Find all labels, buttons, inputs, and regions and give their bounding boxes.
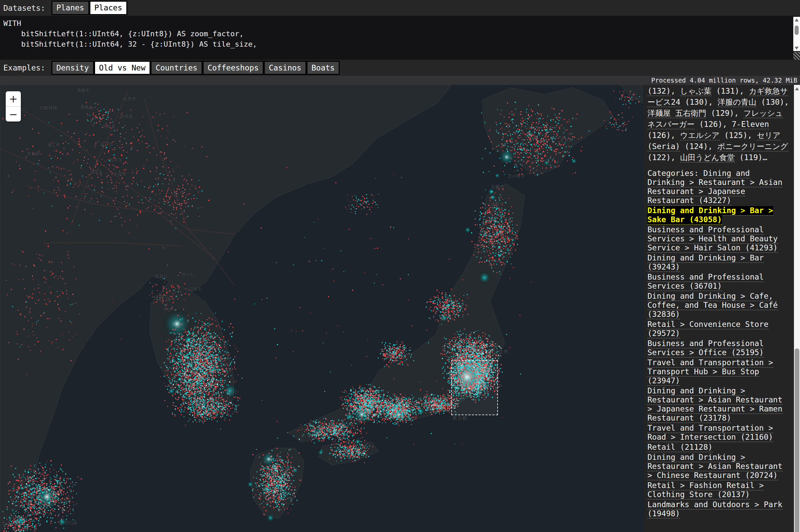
datasets-bar: Datasets: PlanesPlaces <box>0 0 800 16</box>
examples-label: Examples: <box>3 63 46 72</box>
category-item: Retail > Convenience Store (29572) <box>648 320 790 338</box>
datasets-label: Datasets: <box>3 4 46 13</box>
examples-button-group: DensityOld vs NewCountriesCoffeeshopsCas… <box>51 61 340 75</box>
category-link[interactable]: Dining and Drinking > Cafe, Coffee, and … <box>648 292 778 319</box>
sql-editor[interactable]: WITH bitShiftLeft(1::UInt64, {z:UInt8}) … <box>0 16 800 60</box>
category-item: Retail (21128) <box>648 443 790 452</box>
category-link[interactable]: Retail > Convenience Store (29572) <box>648 320 768 338</box>
category-item: Dining and Drinking > Bar (39243) <box>648 253 790 271</box>
zoom-out-button[interactable]: − <box>6 107 21 121</box>
scroll-up-icon[interactable] <box>795 87 799 90</box>
editor-scrollbar[interactable] <box>793 17 800 51</box>
category-link[interactable]: Landmarks and Outdoors > Park (19498) <box>648 500 783 518</box>
category-link[interactable]: Retail (21128) <box>648 443 713 452</box>
brand-link[interactable]: ポニークリーニング <box>717 142 788 151</box>
example-button-old-vs-new[interactable]: Old vs New <box>94 61 150 75</box>
categories-label: Categories: <box>648 169 703 177</box>
example-button-density[interactable]: Density <box>51 61 94 75</box>
map-canvas[interactable] <box>0 85 644 532</box>
results-sidebar: (132), しゃぶ葉 (131), カギ救急サービス24 (130), 洋服の… <box>644 85 794 532</box>
category-item: Landmarks and Outdoors > Park (19498) <box>648 500 790 518</box>
category-item: Dining and Drinking > Cafe, Coffee, and … <box>648 292 790 319</box>
page-scrollbar[interactable] <box>794 85 800 532</box>
brand-link[interactable]: ウエルシア <box>680 131 720 140</box>
category-link[interactable]: Dining and Drinking > Restaurant > Asian… <box>648 453 783 480</box>
category-link[interactable]: Travel and Transportation > Road > Inter… <box>648 423 773 442</box>
category-item: Dining and Drinking > Restaurant > Asian… <box>648 453 790 480</box>
brand-link[interactable]: 7-Eleven <box>732 120 769 129</box>
brand-link[interactable]: 洋服の青山 <box>718 98 757 107</box>
category-item: Business and Professional Services > Hea… <box>648 225 790 252</box>
example-button-boats[interactable]: Boats <box>306 61 340 75</box>
brand-link[interactable]: 山田うどん食堂 <box>680 153 735 163</box>
category-link[interactable]: Business and Professional Services > Off… <box>648 339 764 358</box>
category-link-selected[interactable]: Dining and Drinking > Bar > Sake Bar (43… <box>648 206 773 225</box>
dataset-button-places[interactable]: Places <box>89 1 127 15</box>
map[interactable]: 洮南市松原市扎鲁特旗通榆县农安县长岭县通辽市双辽市奈曼旗四平市法库县开原市北見市… <box>0 85 644 532</box>
scroll-down-icon[interactable] <box>795 47 799 50</box>
category-item: Dining and Drinking > Restaurant > Asian… <box>648 386 790 422</box>
category-link[interactable]: Dining and Drinking > Restaurant > Asian… <box>648 386 783 423</box>
resize-grip-icon[interactable] <box>793 52 800 60</box>
dataset-button-planes[interactable]: Planes <box>51 1 89 15</box>
zoom-control: + − <box>6 91 21 121</box>
brand-link[interactable]: (132) <box>648 87 671 96</box>
example-button-casinos[interactable]: Casinos <box>264 61 306 75</box>
category-link[interactable]: Dining and Drinking > Bar (39243) <box>648 253 764 272</box>
category-link[interactable]: Business and Professional Services > Hea… <box>648 225 778 253</box>
category-item: Dining and Drinking > Bar > Sake Bar (43… <box>648 206 790 224</box>
category-item: Travel and Transportation > Transport Hu… <box>648 358 790 385</box>
example-button-countries[interactable]: Countries <box>150 61 203 75</box>
category-link[interactable]: Retail > Fashion Retail > Clothing Store… <box>648 481 764 499</box>
category-item: Business and Professional Services > Off… <box>648 339 790 357</box>
map-selection-rect[interactable] <box>451 360 498 415</box>
category-link[interactable]: Travel and Transportation > Transport Hu… <box>648 358 773 386</box>
top-brands-list: (132), しゃぶ葉 (131), カギ救急サービス24 (130), 洋服の… <box>648 86 790 163</box>
datasets-button-group: PlanesPlaces <box>51 1 127 15</box>
zoom-in-button[interactable]: + <box>6 91 21 107</box>
examples-bar: Examples: DensityOld vs NewCountriesCoff… <box>0 60 800 76</box>
scroll-up-icon[interactable] <box>795 18 799 21</box>
sql-code[interactable]: WITH bitShiftLeft(1::UInt64, {z:UInt8}) … <box>0 16 800 52</box>
category-item: Categories: Dining and Drinking > Restau… <box>648 169 790 205</box>
category-item: Retail > Fashion Retail > Clothing Store… <box>648 481 790 499</box>
example-button-coffeeshops[interactable]: Coffeeshops <box>203 61 264 75</box>
categories-list: Categories: Dining and Drinking > Restau… <box>648 169 790 518</box>
category-item: Travel and Transportation > Road > Inter… <box>648 423 790 442</box>
status-bar: Processed 4.04 million rows, 42.32 MiB <box>0 76 800 85</box>
category-link[interactable]: Business and Professional Services (3670… <box>648 272 764 291</box>
editor-scrollbar-thumb[interactable] <box>795 25 799 35</box>
brand-link[interactable]: 洋麺屋 五右衛門 <box>648 109 706 118</box>
page-scrollbar-thumb[interactable] <box>795 348 799 532</box>
brand-link[interactable]: しゃぶ葉 <box>680 87 712 96</box>
category-item: Business and Professional Services (3670… <box>648 272 790 291</box>
